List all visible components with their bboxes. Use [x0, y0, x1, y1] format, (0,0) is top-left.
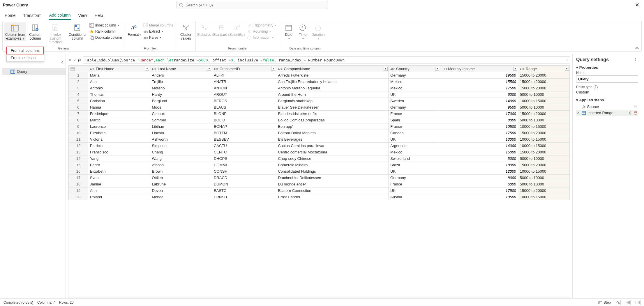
- rounding-icon: .0: [247, 29, 252, 34]
- from-all-columns-item[interactable]: From all columns: [6, 47, 44, 52]
- statistics-icon: Σx: [201, 23, 209, 32]
- tab-add-column[interactable]: Add column: [49, 11, 71, 20]
- extract-icon: abc: [143, 29, 148, 34]
- svg-rect-21: [91, 37, 93, 40]
- index-icon: 12: [89, 23, 94, 28]
- svg-rect-14: [77, 28, 79, 29]
- group-label-from-number: From number: [197, 47, 278, 51]
- duplicate-icon: [89, 35, 94, 40]
- svg-text:abc: abc: [144, 30, 148, 33]
- svg-text:Σ: Σ: [202, 24, 204, 29]
- svg-text:A: A: [131, 25, 135, 31]
- statistics-button: Σx Statistics▾: [197, 22, 213, 37]
- svg-line-50: [303, 28, 304, 28]
- tab-transform[interactable]: Transform: [22, 11, 42, 20]
- trig-icon: [247, 23, 252, 28]
- svg-line-31: [186, 26, 187, 29]
- svg-rect-23: [144, 24, 145, 27]
- column-from-examples-button[interactable]: Column from examples ▾: [4, 22, 26, 41]
- svg-text:2: 2: [90, 25, 91, 27]
- scientific-button: 102 Scientific▾: [230, 22, 245, 37]
- svg-rect-24: [146, 24, 148, 27]
- format-button[interactable]: A Format▾: [127, 22, 142, 37]
- tab-help[interactable]: Help: [94, 11, 104, 20]
- conditional-column-button[interactable]: Conditional column: [67, 22, 88, 41]
- custom-column-icon: [31, 23, 39, 32]
- info-icon: i: [247, 35, 252, 40]
- search-input[interactable]: [177, 1, 328, 9]
- extract-button[interactable]: abcExtract▾: [142, 29, 174, 34]
- duration-icon: [314, 23, 322, 32]
- svg-point-42: [248, 36, 251, 39]
- duplicate-column-button[interactable]: Duplicate column: [88, 35, 123, 40]
- column-from-examples-dropdown: From all columns From selection: [6, 47, 44, 52]
- time-button[interactable]: Time▾: [296, 22, 309, 41]
- close-button[interactable]: ✕: [633, 2, 641, 8]
- duration-button: Duration▾: [310, 22, 326, 41]
- rank-icon: [89, 29, 94, 34]
- group-label-date-time: Date and time column: [282, 47, 328, 51]
- svg-marker-19: [90, 29, 94, 33]
- merge-icon: [143, 23, 148, 28]
- chevron-up-icon: [635, 46, 639, 50]
- merge-columns-button: Merge columns: [142, 22, 174, 28]
- date-icon: [285, 23, 292, 32]
- index-column-button[interactable]: 12Index column▾: [88, 22, 123, 28]
- svg-text:abc: abc: [144, 36, 148, 39]
- cluster-icon: [182, 23, 190, 32]
- information-button: iInformation▾: [246, 35, 278, 40]
- rounding-button: .0Rounding▾: [246, 29, 278, 34]
- svg-point-29: [185, 29, 187, 30]
- trigonometry-button: Trigonometry▾: [246, 22, 278, 28]
- ribbon-collapse-button[interactable]: [635, 46, 639, 50]
- invoke-function-icon: fx: [52, 23, 60, 32]
- group-label-from-text: From text: [127, 47, 174, 51]
- svg-text:i: i: [249, 36, 249, 39]
- svg-line-30: [185, 26, 186, 29]
- svg-point-0: [179, 3, 182, 6]
- parse-icon: abc: [143, 35, 148, 40]
- parse-button[interactable]: abcParse▾: [142, 35, 174, 40]
- svg-text:x: x: [205, 27, 207, 31]
- search-icon: [179, 3, 184, 7]
- standard-icon: [217, 23, 225, 32]
- svg-line-1: [182, 6, 183, 7]
- standard-button: Standard▾: [213, 22, 229, 37]
- invoke-custom-function-button: fx Invoke custom function: [45, 22, 67, 45]
- date-button[interactable]: Date▾: [282, 22, 295, 41]
- svg-rect-13: [75, 25, 77, 27]
- svg-text:10: 10: [234, 26, 239, 30]
- tab-view[interactable]: View: [78, 11, 88, 20]
- svg-rect-2: [11, 25, 18, 31]
- format-icon: A: [130, 23, 138, 32]
- tab-home[interactable]: Home: [4, 11, 16, 20]
- svg-rect-44: [286, 25, 292, 31]
- svg-text:2: 2: [239, 25, 240, 28]
- svg-text:.0: .0: [248, 30, 250, 33]
- rank-column-button[interactable]: Rank column: [88, 29, 123, 34]
- column-from-examples-icon: [11, 23, 20, 32]
- scientific-icon: 102: [233, 23, 241, 32]
- svg-text:fx: fx: [54, 26, 57, 30]
- conditional-column-icon: [73, 23, 82, 32]
- cluster-values-button[interactable]: Cluster values: [178, 22, 194, 41]
- app-title: Power Query: [3, 3, 28, 7]
- custom-column-button[interactable]: Custom column: [27, 22, 44, 41]
- time-icon: [299, 23, 306, 32]
